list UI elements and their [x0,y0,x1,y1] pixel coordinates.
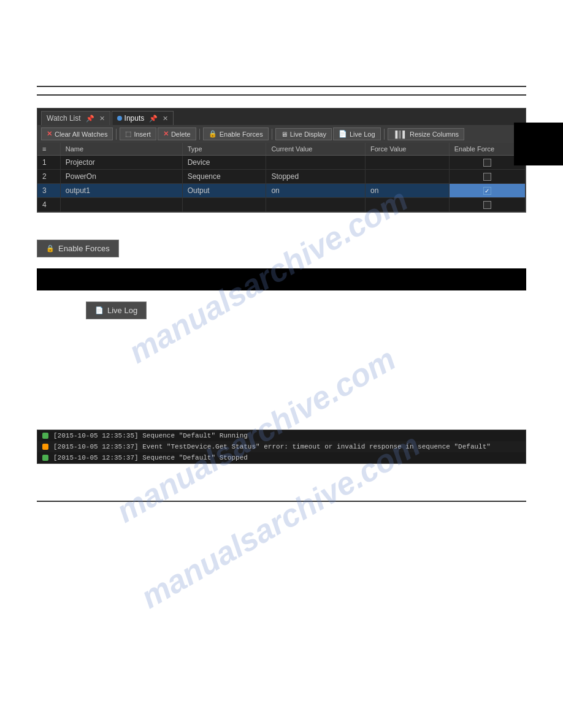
toolbar-sep-3 [272,129,272,140]
checkbox-1[interactable] [483,159,491,167]
col-header-force-value[interactable]: Force Value [365,143,449,156]
cell-forceval-3[interactable]: on [365,184,449,198]
cell-enableforce-3[interactable]: ✓ [449,184,525,198]
col-header-name[interactable]: Name [60,143,182,156]
cell-enableforce-2[interactable] [449,170,525,184]
enable-forces-button[interactable]: 🔒 Enable Forces [37,240,119,257]
doc-icon-2: 📄 [95,306,104,314]
tab-inputs-dot [117,116,122,121]
log-text-0: [2015-10-05 12:35:35] Sequence "Default"… [53,432,248,439]
log-text-2: [2015-10-05 12:35:37] Sequence "Default"… [53,454,248,461]
table-row: 4 [37,198,526,212]
live-log-toolbar-button[interactable]: 📄 Live Log [333,127,381,140]
cell-enableforce-4[interactable] [449,198,525,212]
cell-name-3[interactable]: output1 [60,184,182,198]
cell-num-4: 4 [37,198,60,212]
cell-curval-1 [266,156,366,170]
checkbox-4[interactable] [483,201,491,209]
live-display-toolbar-button[interactable]: 🖥 Live Display [275,128,332,140]
delete-label: Delete [171,131,191,138]
delete-icon: ✕ [163,130,169,138]
enable-forces-toolbar-button[interactable]: 🔒 Enable Forces [203,127,269,140]
top-rule [37,86,526,87]
cell-forceval-1[interactable] [365,156,449,170]
toolbar-sep-2 [199,129,200,140]
delete-button[interactable]: ✕ Delete [158,127,196,140]
col-header-type[interactable]: Type [182,143,266,156]
toolbar-sep-1 [116,129,117,140]
monitor-icon: 🖥 [281,131,288,138]
final-rule [37,501,526,502]
tab-inputs-label: Inputs [124,114,145,123]
resize-columns-button[interactable]: ▐║▌ Resize Columns [388,128,464,140]
cell-num-1: 1 [37,156,60,170]
log-dot-0 [42,433,48,439]
col-header-current-value[interactable]: Current Value [266,143,366,156]
live-log-button[interactable]: 📄 Live Log [86,301,147,319]
tab-watchlist[interactable]: Watch List 📌 ✕ [41,111,110,125]
toolbar: ✕ Clear All Watches ⬚ Insert ✕ Delete 🔒 … [37,125,526,143]
cell-name-2[interactable]: PowerOn [60,170,182,184]
cell-forceval-2[interactable] [365,170,449,184]
main-content: Watch List 📌 ✕ Inputs 📌 ✕ ✕ Clear All Wa… [37,108,526,464]
black-banner [37,268,526,290]
table-row: 2 PowerOn Sequence Stopped [37,170,526,184]
cell-name-1[interactable]: Projector [60,156,182,170]
sort-icon: ≡ [42,145,46,153]
cell-curval-2: Stopped [266,170,366,184]
insert-button[interactable]: ⬚ Insert [120,127,156,140]
log-dot-2 [42,455,48,461]
clear-all-watches-button[interactable]: ✕ Clear All Watches [41,127,113,140]
live-display-label: Live Display [290,131,326,138]
tab-inputs-close-icon[interactable]: ✕ [163,115,168,123]
cell-forceval-4[interactable] [365,198,449,212]
bottom-rule [37,94,526,96]
table-row: 3 output1 Output on on ✓ [37,184,526,198]
bars-icon: ▐║▌ [393,131,407,138]
checkbox-2[interactable] [483,173,491,181]
log-row: [2015-10-05 12:35:37] Sequence "Default"… [37,452,526,463]
cell-type-4 [182,198,266,212]
cell-curval-3: on [266,184,366,198]
panel-tabs: Watch List 📌 ✕ Inputs 📌 ✕ [37,108,526,125]
log-text-1: [2015-10-05 12:35:37] Event "TestDevice.… [53,443,491,450]
cell-name-4[interactable] [60,198,182,212]
doc-icon-1: 📄 [339,130,347,138]
resize-columns-label: Resize Columns [410,131,459,138]
live-log-section: 📄 Live Log [37,290,526,319]
cell-num-3: 3 [37,184,60,198]
watch-table: ≡ Name Type Current Value Force Value [37,143,526,212]
watch-panel: Watch List 📌 ✕ Inputs 📌 ✕ ✕ Clear All Wa… [37,108,526,213]
cell-type-3: Output [182,184,266,198]
insert-label: Insert [134,131,151,138]
sidebar-tab [514,123,563,165]
insert-icon: ⬚ [125,130,131,138]
enable-forces-section: 🔒 Enable Forces [37,226,526,257]
lock-icon-2: 🔒 [46,245,55,252]
tab-inputs-pin-icon[interactable]: 📌 [149,115,158,123]
lock-icon-1: 🔒 [209,130,217,138]
cell-curval-4 [266,198,366,212]
log-row: [2015-10-05 12:35:37] Event "TestDevice.… [37,441,526,452]
col-header-num: ≡ [37,143,60,156]
table-row: 1 Projector Device [37,156,526,170]
cell-type-1: Device [182,156,266,170]
clear-all-watches-label: Clear All Watches [55,131,107,138]
live-log-toolbar-label: Live Log [350,131,375,138]
live-log-label: Live Log [107,306,137,315]
cell-num-2: 2 [37,170,60,184]
tab-watchlist-pin-icon[interactable]: 📌 [86,115,94,123]
log-row: [2015-10-05 12:35:35] Sequence "Default"… [37,430,526,441]
clear-icon: ✕ [47,130,52,138]
toolbar-sep-4 [384,129,385,140]
tab-watchlist-label: Watch List [47,114,81,123]
tab-inputs[interactable]: Inputs 📌 ✕ [112,111,174,125]
cell-type-2: Sequence [182,170,266,184]
log-dot-1 [42,444,48,450]
log-area: [2015-10-05 12:35:35] Sequence "Default"… [37,430,526,464]
enable-forces-toolbar-label: Enable Forces [220,131,263,138]
enable-forces-label: Enable Forces [58,244,110,253]
checkbox-3[interactable]: ✓ [483,187,491,195]
tab-watchlist-close-icon[interactable]: ✕ [99,115,105,123]
